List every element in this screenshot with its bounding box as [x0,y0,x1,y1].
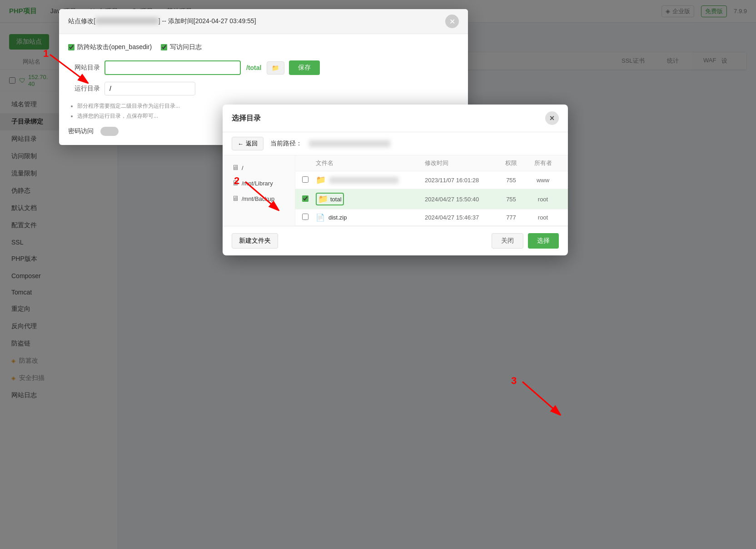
row2-checkbox-cell [302,214,316,221]
row2-time: 2024/04/27 15:46:37 [425,214,497,221]
col-owner: 所有者 [525,159,561,167]
dir-dialog-header: 选择目录 × [223,105,568,132]
row1-checkbox[interactable] [302,195,308,202]
row0-checkbox-cell [302,176,316,184]
dir-dialog-footer: 新建文件夹 关闭 选择 [223,226,568,255]
drive-icon-backup: 🖥 [232,195,239,203]
dir-left-root[interactable]: 🖥 / [227,160,290,175]
save-site-dir-button[interactable]: 保存 [289,60,320,75]
back-label: 返回 [246,140,258,148]
dir-dialog-title: 选择目录 [232,114,261,123]
back-button[interactable]: ← 返回 [232,137,264,150]
site-dir-label: 网站目录 [68,64,100,72]
anti-csrf-label: 防跨站攻击(open_basedir) [77,43,152,51]
col-perm: 权限 [497,159,525,167]
dir-left-backup[interactable]: 🖥 /mnt/Backup [227,191,290,206]
folder-browse-button[interactable]: 📁 [267,61,284,75]
run-dir-label: 运行目录 [68,85,100,93]
row2-owner: root [525,214,561,221]
col-filename: 文件名 [316,159,425,167]
current-path-value: ██████████ [309,140,390,147]
select-button[interactable]: 选择 [528,233,559,249]
back-arrow-icon: ← [238,140,244,147]
dir-right-panel: 文件名 修改时间 权限 所有者 📁 ██████████ 2023/11/07 … [295,155,568,226]
dir-row-0[interactable]: 📁 ██████████ 2023/11/07 16:01:28 755 www [295,171,568,189]
site-dir-input[interactable] [104,60,241,75]
new-folder-button[interactable]: 新建文件夹 [232,233,278,249]
close-button[interactable]: 关闭 [492,233,523,249]
password-access-label: 密码访问 [68,127,94,135]
row2-checkbox[interactable] [302,214,308,220]
row1-name: 📁 total [316,193,425,205]
row0-perm: 755 [497,177,525,184]
row0-checkbox[interactable] [302,176,308,183]
row1-name-text: total [330,196,342,203]
dir-row-1[interactable]: 📁 total 2024/04/27 15:50:40 755 root [295,189,568,210]
write-log-option[interactable]: 写访问日志 [161,43,202,51]
anti-csrf-option[interactable]: 防跨站攻击(open_basedir) [68,43,152,51]
row2-name: 📄 dist.zip [316,213,425,222]
dir-left-root-label: / [242,165,244,171]
dir-left-backup-label: /mnt/Backup [242,195,274,202]
site-dir-row: 网站目录 /total 📁 保存 [68,60,459,75]
dialog-title-bar: 站点修改[██████████████] -- 添加时间[2024-04-27 … [59,9,468,34]
drive-icon-root: 🖥 [232,164,239,172]
run-dir-input[interactable] [104,82,195,95]
dir-left-library[interactable]: 🖥 /mnt/Library [227,175,290,191]
file-icon-2: 📄 [316,213,325,222]
col-time: 修改时间 [425,159,497,167]
folder-icon-0: 📁 [316,175,326,185]
dir-select-dialog: 选择目录 × ← 返回 当前路径： ██████████ 🖥 / 🖥 /mnt/… [223,105,568,255]
dir-dialog-close-button[interactable]: × [545,111,559,125]
anti-csrf-checkbox[interactable] [68,44,75,50]
folder-icon-1: 📁 [318,194,328,204]
dir-dialog-toolbar: ← 返回 当前路径： ██████████ [223,132,568,155]
row2-perm: 777 [497,214,525,221]
footer-buttons: 关闭 选择 [492,233,559,249]
folder-icon: 📁 [272,65,279,71]
row1-checkbox-cell [302,195,316,203]
dialog-options: 防跨站攻击(open_basedir) 写访问日志 [68,43,459,51]
row0-owner: www [525,177,561,184]
current-path-label: 当前路径： [270,140,302,148]
dialog-close-button[interactable]: ✕ [445,15,459,28]
row0-time: 2023/11/07 16:01:28 [425,177,497,184]
dialog-title: 站点修改[██████████████] -- 添加时间[2024-04-27 … [68,17,256,25]
row2-name-text: dist.zip [328,214,347,221]
dir-left-panel: 🖥 / 🖥 /mnt/Library 🖥 /mnt/Backup [223,155,295,226]
dir-table-header: 文件名 修改时间 权限 所有者 [295,155,568,171]
row1-time: 2024/04/27 15:50:40 [425,196,497,203]
write-log-checkbox[interactable] [161,44,167,50]
write-log-label: 写访问日志 [170,43,202,51]
drive-icon-library: 🖥 [232,179,239,187]
dir-row-2[interactable]: 📄 dist.zip 2024/04/27 15:46:37 777 root [295,210,568,226]
dir-left-library-label: /mnt/Library [242,180,273,187]
row1-perm: 755 [497,196,525,203]
row1-owner: root [525,196,561,203]
dir-dialog-body: 🖥 / 🖥 /mnt/Library 🖥 /mnt/Backup 文件名 修改时… [223,155,568,226]
row0-name-text: ██████████ [329,177,398,184]
run-dir-row: 运行目录 [68,82,459,95]
row0-name: 📁 ██████████ [316,175,425,185]
password-toggle[interactable] [100,127,119,136]
